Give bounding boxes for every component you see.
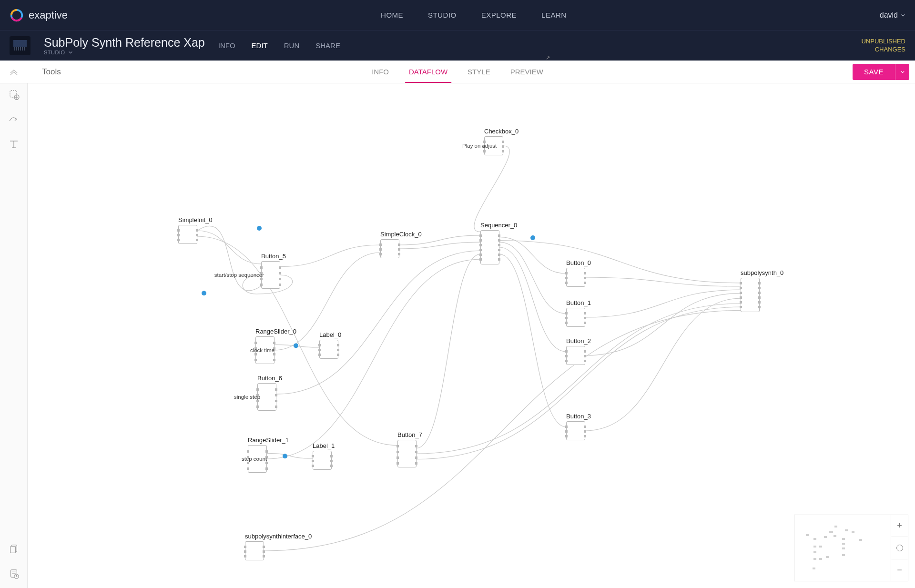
edge[interactable]: [417, 254, 480, 448]
edge-knob[interactable]: [202, 291, 206, 295]
editor-tab-preview[interactable]: PREVIEW ↗: [510, 61, 543, 83]
collapse-icon[interactable]: [10, 69, 18, 75]
connection-icon[interactable]: [7, 113, 20, 126]
edge[interactable]: [267, 259, 480, 459]
node-simpleinit0[interactable]: SimpleInit_0: [178, 216, 213, 244]
chevron-down-icon: [901, 13, 905, 18]
node-rangeslider0[interactable]: RangeSlider_0clock time: [255, 328, 296, 364]
node-box[interactable]: [741, 278, 760, 312]
node-rangeslider1[interactable]: RangeSlider_1step count: [248, 436, 289, 473]
node-checkbox0[interactable]: Checkbox_0Play on adjust: [484, 128, 518, 155]
edge[interactable]: [197, 236, 397, 446]
node-box[interactable]: [566, 308, 585, 327]
node-label: subpolysynth_0: [741, 269, 783, 276]
save-dropdown[interactable]: [895, 64, 909, 80]
edge[interactable]: [276, 251, 480, 394]
node-button3[interactable]: Button_3: [566, 413, 591, 440]
node-label: Sequencer_0: [480, 222, 517, 229]
edge[interactable]: [585, 293, 741, 355]
user-name: david: [880, 11, 898, 20]
popout-icon[interactable]: ↗: [546, 55, 550, 61]
status-line-2: CHANGES: [862, 46, 905, 54]
node-box[interactable]: [380, 239, 399, 258]
node-label0[interactable]: Label_0: [319, 331, 341, 359]
node-box[interactable]: [178, 225, 197, 244]
tab-edit[interactable]: EDIT: [252, 41, 268, 50]
edge-knob[interactable]: [257, 226, 262, 231]
editor-tab-info[interactable]: INFO: [372, 61, 389, 83]
app-title-block: SubPoly Synth Reference Xap STUDIO: [44, 36, 205, 55]
zoom-out-button[interactable]: −: [891, 559, 908, 581]
tab-run[interactable]: RUN: [284, 41, 300, 50]
tab-share[interactable]: SHARE: [315, 41, 340, 50]
node-simpleclock0[interactable]: SimpleClock_0: [380, 231, 422, 258]
node-button0[interactable]: Button_0: [566, 259, 591, 287]
node-box[interactable]: [319, 340, 338, 359]
edge[interactable]: [499, 241, 741, 283]
minimap-view[interactable]: [794, 515, 891, 581]
appbar-tabs: INFO EDIT RUN SHARE: [218, 41, 340, 50]
tab-info[interactable]: INFO: [218, 41, 235, 50]
node-button1[interactable]: Button_1: [566, 299, 591, 327]
node-box[interactable]: [566, 268, 585, 287]
nav-home[interactable]: HOME: [381, 11, 403, 19]
node-caption: start/stop sequencer: [214, 272, 264, 278]
status-line-1: UNPUBLISHED: [862, 38, 905, 46]
node-box[interactable]: [313, 451, 332, 470]
node-sequencer0[interactable]: Sequencer_0: [480, 222, 517, 264]
dataflow-canvas[interactable]: Checkbox_0Play on adjustSimpleInit_0Butt…: [28, 83, 915, 588]
user-menu[interactable]: david: [880, 11, 905, 20]
brand[interactable]: exaptive: [10, 8, 68, 22]
copy-icon[interactable]: [7, 542, 20, 556]
app-icon: [10, 36, 30, 55]
edge[interactable]: [585, 277, 741, 286]
node-box[interactable]: [480, 230, 499, 264]
node-button2[interactable]: Button_2: [566, 337, 591, 365]
node-box[interactable]: [245, 541, 264, 560]
chevron-down-icon: [900, 70, 905, 74]
history-icon[interactable]: [7, 567, 20, 580]
nav-learn[interactable]: LEARN: [541, 11, 567, 19]
context-label: STUDIO: [44, 50, 65, 55]
node-caption: step count: [242, 456, 267, 462]
text-icon[interactable]: [7, 138, 20, 151]
node-label: subpolysynthinterface_0: [245, 533, 312, 540]
nav-studio[interactable]: STUDIO: [428, 11, 457, 19]
edge[interactable]: [474, 146, 509, 232]
node-label1[interactable]: Label_1: [313, 442, 335, 470]
edge[interactable]: [499, 254, 566, 427]
node-label: Button_1: [566, 299, 591, 306]
edge-knob[interactable]: [530, 235, 535, 240]
minimap: + −: [794, 515, 908, 581]
node-button6[interactable]: Button_6single step: [257, 375, 282, 411]
svg-rect-10: [10, 91, 17, 97]
brand-logo-icon: [10, 8, 24, 22]
zoom-in-button[interactable]: +: [891, 515, 908, 537]
add-component-icon[interactable]: [7, 88, 20, 101]
node-caption: Play on adjust: [462, 143, 497, 149]
app-bar: SubPoly Synth Reference Xap STUDIO INFO …: [0, 30, 915, 61]
tools-menu[interactable]: Tools: [42, 67, 61, 77]
editor-tabs: INFO DATAFLOW STYLE PREVIEW ↗: [372, 61, 543, 83]
node-box[interactable]: [566, 346, 585, 365]
node-box[interactable]: [566, 421, 585, 440]
node-button5[interactable]: Button_5start/stop sequencer: [261, 253, 286, 289]
node-label: Button_7: [397, 431, 422, 438]
nav-center: HOME STUDIO EXPLORE LEARN: [68, 11, 880, 19]
node-caption: clock time: [250, 347, 274, 353]
node-label: SimpleInit_0: [178, 216, 213, 223]
edge[interactable]: [585, 290, 741, 317]
zoom-fit-button[interactable]: [891, 537, 908, 558]
node-box[interactable]: [397, 440, 417, 467]
node-button7[interactable]: Button_7: [397, 431, 422, 467]
node-subpolyif0[interactable]: subpolysynthinterface_0: [245, 533, 312, 560]
context-dropdown[interactable]: STUDIO: [44, 50, 205, 55]
save-button[interactable]: SAVE: [853, 64, 895, 80]
editor-tab-dataflow[interactable]: DATAFLOW: [409, 61, 447, 83]
node-subpoly0[interactable]: subpolysynth_0: [741, 269, 783, 312]
node-label: Label_1: [313, 442, 335, 449]
editor-tab-style[interactable]: STYLE: [468, 61, 490, 83]
node-label: Label_0: [319, 331, 341, 338]
nav-explore[interactable]: EXPLORE: [481, 11, 517, 19]
node-label: SimpleClock_0: [380, 231, 422, 238]
